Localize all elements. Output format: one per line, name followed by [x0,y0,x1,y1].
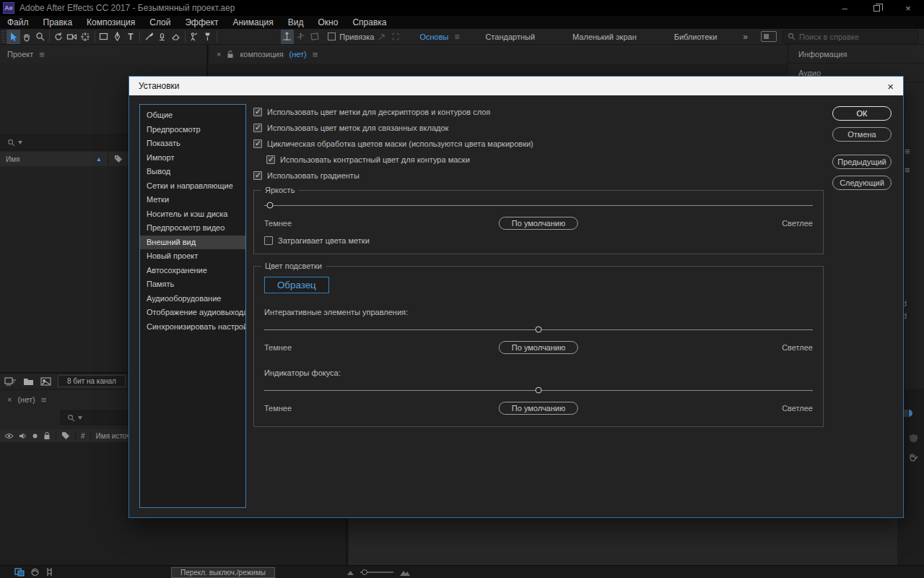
clone-stamp-tool-button[interactable] [156,30,170,44]
restore-button[interactable] [860,0,892,16]
hand-tool-button[interactable] [20,30,34,44]
menu-file[interactable]: Файл [0,17,36,27]
category-display[interactable]: Показать [140,137,245,151]
cancel-button[interactable]: Отмена [832,127,892,142]
puppet-pin-tool-button[interactable] [201,30,214,44]
workspace-menu-icon[interactable]: ≡ [454,32,459,42]
ok-button[interactable]: ОК [832,106,892,121]
contrasting-mask-color-row[interactable]: Использовать контрастный цвет для контур… [266,155,824,164]
snap-checkbox[interactable] [328,33,336,40]
menu-composition[interactable]: Композиция [79,17,142,27]
panel-menu-icon[interactable]: ≡ [905,146,910,157]
panel-menu-icon[interactable]: ≡ [39,49,45,60]
name-column-header[interactable]: Имя ▲ [0,152,108,166]
category-import[interactable]: Импорт [140,151,245,165]
menu-layer[interactable]: Слой [142,17,178,27]
checkbox-unchecked[interactable] [264,236,273,245]
close-tab-icon[interactable]: × [217,50,221,59]
workspace-tab-libraries[interactable]: Библиотеки [655,33,736,41]
menu-help[interactable]: Справка [345,17,393,27]
pen-tool-button[interactable] [110,30,124,44]
brush-tool-button[interactable] [142,30,156,44]
layer-switches-icon[interactable] [14,568,25,577]
menu-view[interactable]: Вид [281,17,311,27]
more-workspaces-chevron[interactable]: » [736,32,755,42]
create-folder-icon[interactable] [23,377,34,386]
interactive-controls-slider[interactable] [264,325,813,334]
zoom-out-mountain-icon[interactable] [346,569,354,576]
axis-mode-local-button[interactable] [281,30,295,44]
zoom-slider-thumb[interactable] [362,569,367,575]
category-labels[interactable]: Метки [140,193,245,207]
speaker-icon[interactable] [19,432,27,440]
checkbox-checked[interactable] [253,139,262,148]
use-label-color-tabs-row[interactable]: Использовать цвет меток для связанных вк… [253,123,824,132]
category-sync-settings[interactable]: Синхронизировать настройки [140,320,245,335]
menu-animation[interactable]: Анимация [225,17,280,27]
close-tab-icon[interactable]: × [7,395,12,404]
affects-label-colors-row[interactable]: Затрагивает цвета метки [264,236,813,245]
panel-menu-icon[interactable]: ≡ [905,165,910,176]
use-gradients-row[interactable]: Использовать градиенты [253,171,824,180]
camera-tool-button[interactable] [66,30,79,44]
hand-cursor-icon[interactable] [907,452,918,462]
minimize-button[interactable]: – [829,0,860,16]
menu-effect[interactable]: Эффект [178,17,225,27]
composition-tab-label[interactable]: композиция [240,50,283,59]
interpret-footage-icon[interactable] [4,376,17,386]
toggle-switches-modes-button[interactable]: Перекл. выключ./режимы [171,567,275,578]
shield-icon[interactable] [909,434,918,443]
panel-menu-icon[interactable]: ≡ [41,394,47,405]
in-out-duration-icon[interactable] [45,567,53,577]
previous-button[interactable]: Предыдущий [832,155,892,169]
category-grids-guides[interactable]: Сетки и направляющие [140,179,245,194]
category-output[interactable]: Вывод [140,165,245,179]
brightness-slider-thumb[interactable] [266,202,273,209]
axis-mode-view-button[interactable] [308,30,321,44]
category-appearance[interactable]: Внешний вид [140,236,245,250]
workspace-tab-standard[interactable]: Стандартный [466,33,554,41]
checkbox-checked[interactable] [253,171,262,180]
project-color-depth-button[interactable]: 8 бит на канал [58,375,126,387]
workspace-switcher-icon[interactable] [761,31,777,42]
workspace-tab-small-screen[interactable]: Маленький экран [554,33,655,41]
slider-track[interactable] [264,205,813,206]
sample-color-button[interactable]: Образец [264,277,329,293]
new-composition-icon[interactable] [40,377,51,386]
roto-brush-tool-button[interactable] [187,30,201,44]
eraser-tool-button[interactable] [169,30,183,44]
use-label-color-descriptors-row[interactable]: Использовать цвет метки для дескрипторов… [253,107,824,116]
checkbox-checked[interactable] [253,124,262,132]
info-panel-tab[interactable]: Информация [788,45,924,64]
category-audio-hardware[interactable]: Аудиооборудование [140,292,245,306]
transfer-controls-icon[interactable] [30,568,40,577]
unlock-icon[interactable] [227,50,234,59]
zoom-in-mountain-icon[interactable] [399,568,411,577]
help-search-box[interactable] [783,30,918,43]
next-button[interactable]: Следующий [832,176,892,190]
eye-icon[interactable] [4,433,14,439]
zoom-slider[interactable] [360,571,393,573]
composition-name-value[interactable]: (нет) [289,50,307,59]
focus-indicators-slider[interactable] [264,386,813,394]
cc-libraries-icon[interactable] [903,409,913,418]
focus-default-button[interactable]: По умолчанию [499,402,578,415]
category-video-preview[interactable]: Предпросмотр видео [140,221,245,236]
brightness-slider[interactable] [264,201,813,210]
pan-behind-tool-button[interactable] [79,30,92,44]
menu-window[interactable]: Окно [310,17,345,27]
dialog-titlebar[interactable]: Установки × [129,77,903,95]
category-audio-output-mapping[interactable]: Отображение аудиовыхода [140,306,245,320]
close-window-button[interactable]: × [892,0,924,16]
axis-mode-world-button[interactable] [294,30,308,44]
selection-tool-button[interactable] [6,30,20,44]
checkbox-checked[interactable] [253,108,262,116]
menu-edit[interactable]: Правка [36,17,80,27]
category-auto-save[interactable]: Автосохранение [140,264,245,278]
type-tool-button[interactable]: T [124,30,138,44]
rotation-tool-button[interactable] [52,30,66,44]
help-search-input[interactable] [799,33,900,41]
mask-shape-tool-button[interactable] [97,30,110,44]
layer-number-header[interactable]: # [81,432,85,440]
interactive-default-button[interactable]: По умолчанию [499,341,578,354]
